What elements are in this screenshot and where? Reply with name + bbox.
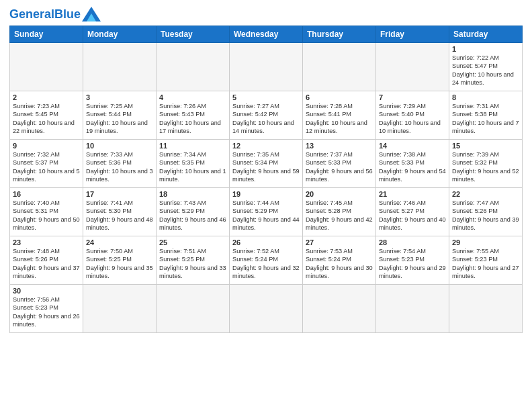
day-number: 23 [13, 238, 80, 246]
table-row [10, 43, 83, 91]
table-row: 14Sunrise: 7:38 AM Sunset: 5:33 PM Dayli… [376, 140, 449, 188]
table-row: 22Sunrise: 7:47 AM Sunset: 5:26 PM Dayli… [449, 188, 523, 236]
day-number: 6 [306, 93, 373, 101]
day-number: 12 [232, 142, 300, 150]
table-row: 24Sunrise: 7:50 AM Sunset: 5:25 PM Dayli… [83, 236, 157, 285]
col-thursday: Thursday [303, 26, 376, 43]
day-number: 27 [306, 238, 373, 246]
calendar: Sunday Monday Tuesday Wednesday Thursday… [9, 26, 523, 333]
col-friday: Friday [376, 26, 449, 43]
table-row [83, 285, 157, 333]
day-number: 25 [159, 238, 226, 246]
calendar-body: 1Sunrise: 7:22 AM Sunset: 5:47 PM Daylig… [10, 43, 523, 333]
day-number: 22 [452, 190, 519, 198]
table-row: 17Sunrise: 7:41 AM Sunset: 5:30 PM Dayli… [83, 188, 157, 236]
table-row: 12Sunrise: 7:35 AM Sunset: 5:34 PM Dayli… [230, 140, 303, 188]
table-row: 8Sunrise: 7:31 AM Sunset: 5:38 PM Daylig… [449, 91, 523, 140]
day-number: 14 [379, 142, 446, 150]
col-monday: Monday [83, 26, 157, 43]
col-wednesday: Wednesday [230, 26, 303, 43]
day-number: 30 [13, 287, 80, 295]
table-row: 28Sunrise: 7:54 AM Sunset: 5:23 PM Dayli… [376, 236, 449, 285]
table-row [157, 285, 230, 333]
logo-blue: Blue [54, 7, 81, 21]
day-info: Sunrise: 7:26 AM Sunset: 5:43 PM Dayligh… [159, 102, 226, 136]
day-number: 10 [86, 142, 153, 150]
day-info: Sunrise: 7:40 AM Sunset: 5:31 PM Dayligh… [13, 199, 80, 232]
day-info: Sunrise: 7:52 AM Sunset: 5:24 PM Dayligh… [232, 247, 300, 281]
day-info: Sunrise: 7:25 AM Sunset: 5:44 PM Dayligh… [86, 102, 153, 136]
table-row: 27Sunrise: 7:53 AM Sunset: 5:24 PM Dayli… [303, 236, 376, 285]
day-number: 18 [159, 190, 226, 198]
table-row: 26Sunrise: 7:52 AM Sunset: 5:24 PM Dayli… [230, 236, 303, 285]
day-number: 19 [232, 190, 300, 198]
day-info: Sunrise: 7:38 AM Sunset: 5:33 PM Dayligh… [379, 150, 446, 184]
day-number: 16 [13, 190, 80, 198]
day-number: 15 [452, 142, 519, 150]
table-row: 9Sunrise: 7:32 AM Sunset: 5:37 PM Daylig… [10, 140, 83, 188]
day-number: 3 [86, 93, 153, 101]
table-row: 5Sunrise: 7:27 AM Sunset: 5:42 PM Daylig… [230, 91, 303, 140]
table-row: 23Sunrise: 7:48 AM Sunset: 5:26 PM Dayli… [10, 236, 83, 285]
logo-general: General [9, 7, 54, 21]
table-row: 18Sunrise: 7:43 AM Sunset: 5:29 PM Dayli… [157, 188, 230, 236]
table-row: 6Sunrise: 7:28 AM Sunset: 5:41 PM Daylig… [303, 91, 376, 140]
table-row: 3Sunrise: 7:25 AM Sunset: 5:44 PM Daylig… [83, 91, 157, 140]
day-number: 1 [452, 45, 519, 53]
day-number: 24 [86, 238, 153, 246]
header-row: Sunday Monday Tuesday Wednesday Thursday… [10, 26, 523, 43]
header: GeneralBlue [9, 7, 523, 21]
table-row [230, 285, 303, 333]
day-info: Sunrise: 7:54 AM Sunset: 5:23 PM Dayligh… [379, 247, 446, 281]
table-row [449, 285, 523, 333]
day-info: Sunrise: 7:31 AM Sunset: 5:38 PM Dayligh… [452, 102, 519, 136]
day-number: 28 [379, 238, 446, 246]
day-number: 26 [232, 238, 300, 246]
logo-icon [82, 7, 101, 21]
day-info: Sunrise: 7:50 AM Sunset: 5:25 PM Dayligh… [86, 247, 153, 281]
logo-text: GeneralBlue [9, 7, 81, 21]
table-row: 11Sunrise: 7:34 AM Sunset: 5:35 PM Dayli… [157, 140, 230, 188]
table-row: 10Sunrise: 7:33 AM Sunset: 5:36 PM Dayli… [83, 140, 157, 188]
day-info: Sunrise: 7:29 AM Sunset: 5:40 PM Dayligh… [379, 102, 446, 136]
day-info: Sunrise: 7:43 AM Sunset: 5:29 PM Dayligh… [159, 199, 226, 232]
day-info: Sunrise: 7:23 AM Sunset: 5:45 PM Dayligh… [13, 102, 80, 136]
page: GeneralBlue Sunday Monday Tuesday Wednes… [0, 0, 532, 411]
day-number: 4 [159, 93, 226, 101]
col-sunday: Sunday [10, 26, 83, 43]
table-row [157, 43, 230, 91]
day-info: Sunrise: 7:39 AM Sunset: 5:32 PM Dayligh… [452, 150, 519, 184]
day-number: 8 [452, 93, 519, 101]
day-info: Sunrise: 7:41 AM Sunset: 5:30 PM Dayligh… [86, 199, 153, 232]
table-row [376, 43, 449, 91]
day-info: Sunrise: 7:22 AM Sunset: 5:47 PM Dayligh… [452, 54, 519, 87]
day-number: 29 [452, 238, 519, 246]
day-info: Sunrise: 7:47 AM Sunset: 5:26 PM Dayligh… [452, 199, 519, 232]
day-info: Sunrise: 7:35 AM Sunset: 5:34 PM Dayligh… [232, 150, 300, 184]
table-row [376, 285, 449, 333]
day-info: Sunrise: 7:27 AM Sunset: 5:42 PM Dayligh… [232, 102, 300, 136]
day-number: 5 [232, 93, 300, 101]
table-row: 30Sunrise: 7:56 AM Sunset: 5:23 PM Dayli… [10, 285, 83, 333]
day-info: Sunrise: 7:46 AM Sunset: 5:27 PM Dayligh… [379, 199, 446, 232]
table-row: 20Sunrise: 7:45 AM Sunset: 5:28 PM Dayli… [303, 188, 376, 236]
table-row: 7Sunrise: 7:29 AM Sunset: 5:40 PM Daylig… [376, 91, 449, 140]
table-row: 1Sunrise: 7:22 AM Sunset: 5:47 PM Daylig… [449, 43, 523, 91]
day-info: Sunrise: 7:28 AM Sunset: 5:41 PM Dayligh… [306, 102, 373, 136]
day-info: Sunrise: 7:53 AM Sunset: 5:24 PM Dayligh… [306, 247, 373, 281]
day-number: 21 [379, 190, 446, 198]
day-number: 17 [86, 190, 153, 198]
day-info: Sunrise: 7:55 AM Sunset: 5:23 PM Dayligh… [452, 247, 519, 281]
table-row: 29Sunrise: 7:55 AM Sunset: 5:23 PM Dayli… [449, 236, 523, 285]
day-number: 13 [306, 142, 373, 150]
day-number: 9 [13, 142, 80, 150]
col-tuesday: Tuesday [157, 26, 230, 43]
table-row [303, 43, 376, 91]
day-number: 7 [379, 93, 446, 101]
logo: GeneralBlue [9, 7, 101, 21]
day-number: 11 [159, 142, 226, 150]
day-info: Sunrise: 7:45 AM Sunset: 5:28 PM Dayligh… [306, 199, 373, 232]
table-row [303, 285, 376, 333]
table-row: 13Sunrise: 7:37 AM Sunset: 5:33 PM Dayli… [303, 140, 376, 188]
col-saturday: Saturday [449, 26, 523, 43]
